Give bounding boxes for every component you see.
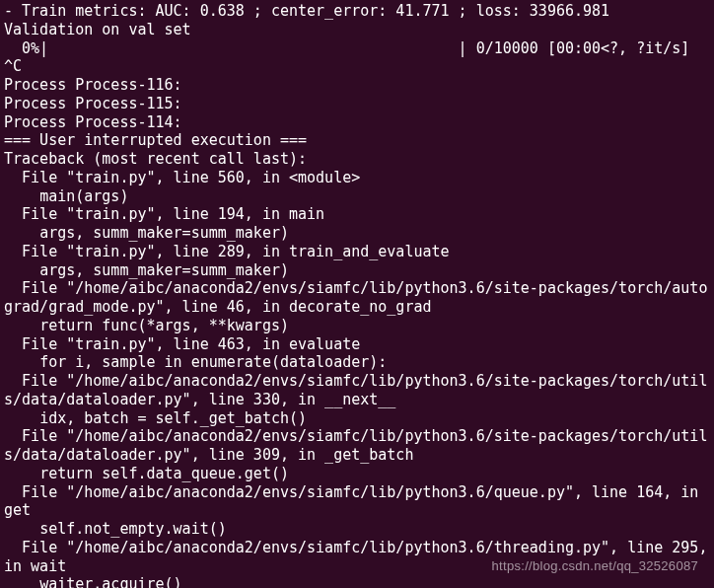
output-line: File "train.py", line 463, in evaluate: [4, 335, 710, 354]
output-line: args, summ_maker=summ_maker): [4, 261, 710, 280]
output-line: args, summ_maker=summ_maker): [4, 224, 710, 243]
output-line: self.not_empty.wait(): [4, 520, 710, 539]
output-line: === User interrupted execution ===: [4, 131, 710, 150]
terminal-output[interactable]: - Train metrics: AUC: 0.638 ; center_err…: [4, 2, 710, 588]
watermark-text: https://blog.csdn.net/qq_32526087: [492, 558, 698, 574]
output-line: return self.data_queue.get(): [4, 465, 710, 483]
output-line: Traceback (most recent call last):: [4, 150, 710, 169]
output-line: File "/home/aibc/anaconda2/envs/siamfc/l…: [4, 483, 710, 521]
output-line: File "train.py", line 289, in train_and_…: [4, 243, 710, 261]
output-line: idx, batch = self._get_batch(): [4, 409, 710, 428]
output-line: return func(*args, **kwargs): [4, 317, 710, 335]
output-line: File "train.py", line 194, in main: [4, 205, 710, 224]
output-line: File "/home/aibc/anaconda2/envs/siamfc/l…: [4, 279, 710, 317]
output-line: File "/home/aibc/anaconda2/envs/siamfc/l…: [4, 427, 710, 465]
output-line: Process Process-115:: [4, 95, 710, 113]
output-line: File "train.py", line 560, in <module>: [4, 169, 710, 187]
output-line: - Train metrics: AUC: 0.638 ; center_err…: [4, 2, 710, 21]
output-line: for i, sample in enumerate(dataloader):: [4, 353, 710, 372]
output-line: waiter.acquire(): [4, 575, 710, 588]
output-line: Process Process-116:: [4, 76, 710, 95]
output-line: main(args): [4, 187, 710, 206]
output-line: 0%| | 0/10000 [00:00<?, ?it/s]: [4, 39, 710, 58]
output-line: Process Process-114:: [4, 113, 710, 132]
output-line: Validation on val set: [4, 21, 710, 39]
output-line: ^C: [4, 57, 710, 76]
output-line: File "/home/aibc/anaconda2/envs/siamfc/l…: [4, 372, 710, 409]
